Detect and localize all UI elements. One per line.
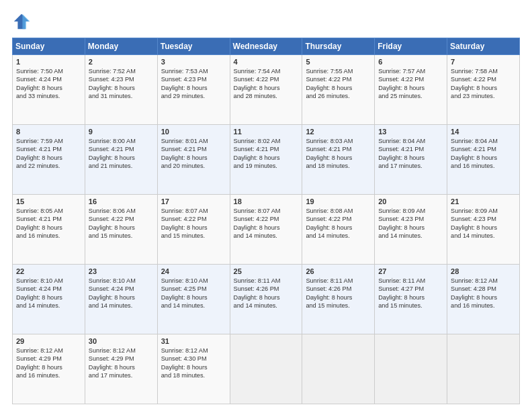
calendar-cell: 6Sunrise: 7:57 AMSunset: 4:22 PMDaylight… <box>375 55 447 125</box>
calendar-cell: 4Sunrise: 7:54 AMSunset: 4:22 PMDaylight… <box>230 55 302 125</box>
cell-line: Daylight: 8 hours <box>306 224 371 232</box>
day-number: 21 <box>451 197 517 205</box>
calendar-cell: 28Sunrise: 8:12 AMSunset: 4:28 PMDayligh… <box>447 265 520 334</box>
calendar-week-2: 8Sunrise: 7:59 AMSunset: 4:21 PMDaylight… <box>13 125 520 195</box>
cell-line: and 16 minutes. <box>16 371 82 379</box>
col-header-wednesday: Wednesday <box>230 38 302 55</box>
cell-line: Daylight: 8 hours <box>161 363 227 371</box>
cell-line: Sunset: 4:25 PM <box>161 285 227 293</box>
calendar-cell: 26Sunrise: 8:11 AMSunset: 4:26 PMDayligh… <box>302 265 375 334</box>
cell-line: Sunset: 4:21 PM <box>451 145 517 153</box>
cell-line: Sunrise: 8:10 AM <box>89 277 154 285</box>
calendar-cell: 30Sunrise: 8:12 AMSunset: 4:29 PMDayligh… <box>85 334 157 404</box>
cell-line: Sunset: 4:22 PM <box>234 75 300 83</box>
cell-text: Sunrise: 8:00 AMSunset: 4:21 PMDaylight:… <box>89 137 154 171</box>
calendar-cell: 31Sunrise: 8:12 AMSunset: 4:30 PMDayligh… <box>157 334 230 404</box>
cell-line: and 29 minutes. <box>161 92 227 100</box>
cell-line: Sunrise: 8:11 AM <box>234 277 300 285</box>
cell-line: and 26 minutes. <box>306 92 371 100</box>
cell-line: and 20 minutes. <box>161 162 227 170</box>
cell-text: Sunrise: 8:12 AMSunset: 4:29 PMDaylight:… <box>16 347 82 380</box>
cell-line: Sunset: 4:23 PM <box>378 215 444 223</box>
cell-text: Sunrise: 8:12 AMSunset: 4:29 PMDaylight:… <box>89 347 154 380</box>
cell-line: Sunset: 4:26 PM <box>234 285 300 293</box>
cell-line: Daylight: 8 hours <box>378 224 444 232</box>
cell-line: Sunrise: 8:04 AM <box>378 137 444 145</box>
cell-line: Sunset: 4:22 PM <box>306 215 371 223</box>
calendar-week-4: 22Sunrise: 8:10 AMSunset: 4:24 PMDayligh… <box>13 265 520 334</box>
cell-text: Sunrise: 8:11 AMSunset: 4:26 PMDaylight:… <box>234 277 300 310</box>
calendar-cell: 3Sunrise: 7:53 AMSunset: 4:23 PMDaylight… <box>157 55 230 125</box>
cell-line: Sunset: 4:21 PM <box>161 145 227 153</box>
cell-line: Sunrise: 8:04 AM <box>451 137 517 145</box>
cell-text: Sunrise: 8:10 AMSunset: 4:24 PMDaylight:… <box>16 277 82 310</box>
day-number: 19 <box>306 197 371 205</box>
day-number: 7 <box>451 58 517 66</box>
calendar-cell: 11Sunrise: 8:02 AMSunset: 4:21 PMDayligh… <box>230 125 302 195</box>
cell-line: Sunrise: 7:52 AM <box>89 67 154 75</box>
day-number: 12 <box>306 128 371 136</box>
cell-line: Daylight: 8 hours <box>89 363 154 371</box>
cell-text: Sunrise: 7:59 AMSunset: 4:21 PMDaylight:… <box>16 137 82 171</box>
calendar-cell <box>375 334 447 404</box>
cell-line: Daylight: 8 hours <box>378 84 444 92</box>
calendar-cell: 27Sunrise: 8:11 AMSunset: 4:27 PMDayligh… <box>375 265 447 334</box>
cell-line: Sunrise: 7:54 AM <box>234 67 300 75</box>
cell-line: and 14 minutes. <box>306 232 371 240</box>
cell-text: Sunrise: 7:54 AMSunset: 4:22 PMDaylight:… <box>234 67 300 101</box>
cell-line: Sunrise: 8:07 AM <box>161 207 227 215</box>
calendar-cell: 22Sunrise: 8:10 AMSunset: 4:24 PMDayligh… <box>13 265 85 334</box>
day-number: 16 <box>89 197 154 205</box>
cell-line: and 18 minutes. <box>161 371 227 379</box>
cell-line: Sunset: 4:21 PM <box>306 145 371 153</box>
calendar-header-row: SundayMondayTuesdayWednesdayThursdayFrid… <box>13 38 520 55</box>
cell-line: Daylight: 8 hours <box>161 84 227 92</box>
calendar-cell: 24Sunrise: 8:10 AMSunset: 4:25 PMDayligh… <box>157 265 230 334</box>
cell-text: Sunrise: 8:09 AMSunset: 4:23 PMDaylight:… <box>378 207 444 240</box>
day-number: 20 <box>378 197 444 205</box>
cell-text: Sunrise: 8:09 AMSunset: 4:23 PMDaylight:… <box>451 207 517 240</box>
col-header-tuesday: Tuesday <box>157 38 230 55</box>
cell-line: Daylight: 8 hours <box>234 293 300 302</box>
day-number: 27 <box>378 267 444 275</box>
cell-line: Sunset: 4:29 PM <box>16 355 82 363</box>
cell-line: Sunrise: 8:07 AM <box>234 207 300 215</box>
calendar-cell: 19Sunrise: 8:08 AMSunset: 4:22 PMDayligh… <box>302 195 375 265</box>
cell-line: Sunset: 4:22 PM <box>306 75 371 83</box>
calendar-cell: 5Sunrise: 7:55 AMSunset: 4:22 PMDaylight… <box>302 55 375 125</box>
cell-line: and 31 minutes. <box>89 92 154 100</box>
cell-text: Sunrise: 8:10 AMSunset: 4:25 PMDaylight:… <box>161 277 227 310</box>
cell-line: Daylight: 8 hours <box>451 293 517 302</box>
cell-line: Sunrise: 7:57 AM <box>378 67 444 75</box>
cell-line: and 22 minutes. <box>16 162 82 170</box>
cell-line: and 14 minutes. <box>161 302 227 310</box>
cell-line: Daylight: 8 hours <box>306 84 371 92</box>
calendar-cell: 9Sunrise: 8:00 AMSunset: 4:21 PMDaylight… <box>85 125 157 195</box>
calendar-cell: 16Sunrise: 8:06 AMSunset: 4:22 PMDayligh… <box>85 195 157 265</box>
cell-text: Sunrise: 8:12 AMSunset: 4:28 PMDaylight:… <box>451 277 517 310</box>
cell-line: Sunrise: 8:01 AM <box>161 137 227 145</box>
day-number: 1 <box>16 58 82 66</box>
day-number: 31 <box>161 337 227 345</box>
cell-line: Sunrise: 7:50 AM <box>16 67 82 75</box>
cell-line: Daylight: 8 hours <box>16 154 82 162</box>
day-number: 18 <box>234 197 300 205</box>
cell-line: and 16 minutes. <box>451 302 517 310</box>
day-number: 4 <box>234 58 300 66</box>
cell-line: and 23 minutes. <box>451 92 517 100</box>
cell-line: Sunrise: 8:10 AM <box>16 277 82 285</box>
cell-line: Daylight: 8 hours <box>378 154 444 162</box>
cell-text: Sunrise: 8:01 AMSunset: 4:21 PMDaylight:… <box>161 137 227 171</box>
cell-text: Sunrise: 8:05 AMSunset: 4:21 PMDaylight:… <box>16 207 82 240</box>
calendar-cell: 10Sunrise: 8:01 AMSunset: 4:21 PMDayligh… <box>157 125 230 195</box>
cell-line: Sunset: 4:29 PM <box>89 355 154 363</box>
cell-text: Sunrise: 7:58 AMSunset: 4:22 PMDaylight:… <box>451 67 517 101</box>
calendar-cell: 14Sunrise: 8:04 AMSunset: 4:21 PMDayligh… <box>447 125 520 195</box>
cell-line: Sunrise: 8:03 AM <box>306 137 371 145</box>
cell-line: Sunrise: 8:00 AM <box>89 137 154 145</box>
cell-line: Daylight: 8 hours <box>451 84 517 92</box>
col-header-saturday: Saturday <box>447 38 520 55</box>
cell-line: and 16 minutes. <box>451 162 517 170</box>
cell-text: Sunrise: 7:55 AMSunset: 4:22 PMDaylight:… <box>306 67 371 101</box>
cell-line: Daylight: 8 hours <box>234 154 300 162</box>
